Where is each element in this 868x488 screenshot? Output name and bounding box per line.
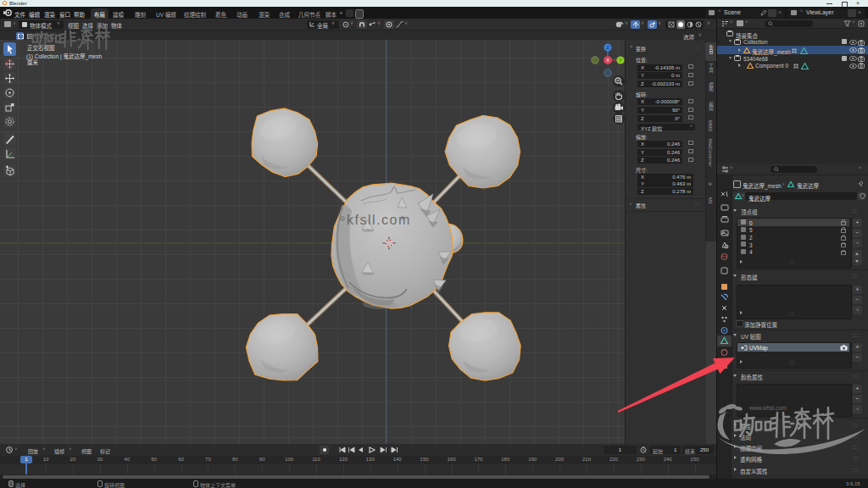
svg-text:kfsll.com: kfsll.com: [347, 213, 411, 227]
svg-text:www.kfsll.com: www.kfsll.com: [748, 405, 787, 411]
svg-text:X: X: [606, 58, 609, 63]
svg-text:Y: Y: [619, 58, 622, 63]
